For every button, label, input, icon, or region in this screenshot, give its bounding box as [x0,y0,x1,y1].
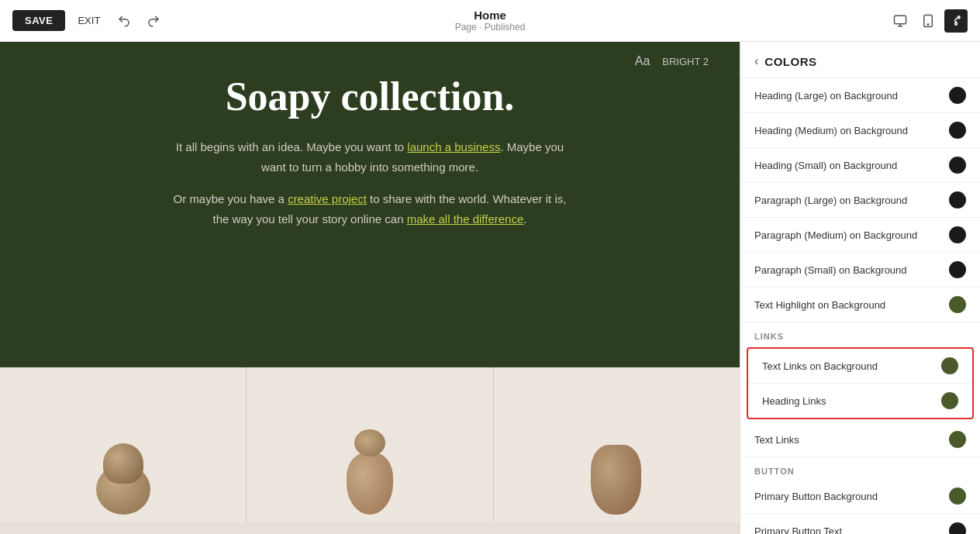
svg-point-2 [927,23,929,25]
color-item-para-large[interactable]: Paragraph (Large) on Background [740,183,980,218]
color-label: Paragraph (Medium) on Background [754,229,917,241]
color-item-heading-large[interactable]: Heading (Large) on Background [740,78,980,113]
color-dot[interactable] [949,431,966,448]
hero-top-bar: Aa BRIGHT 2 [31,54,709,68]
section-button-label: BUTTON [740,457,980,479]
color-dot[interactable] [949,296,966,313]
color-item-heading-medium[interactable]: Heading (Medium) on Background [740,113,980,148]
color-label: Primary Button Background [754,491,878,502]
edit-mode-button[interactable] [944,9,968,33]
color-item-text-highlight[interactable]: Text Highlight on Background [740,288,980,322]
toolbar-right [889,9,968,33]
color-label: Text Links on Background [762,360,878,372]
hero-body2-link1[interactable]: creative project [288,192,367,205]
color-label: Heading (Medium) on Background [754,125,908,136]
hero-body2-text1: Or maybe you have a [174,192,288,205]
desktop-icon [893,14,907,28]
hero-body1-text1: It all begins with an idea. Maybe you wa… [176,140,408,153]
panel-title: COLORS [764,55,816,68]
color-dot[interactable] [949,122,966,139]
color-dot[interactable] [949,261,966,278]
color-label: Heading Links [762,395,826,407]
color-item-primary-btn-text[interactable]: Primary Button Text [740,514,980,534]
toolbar-center: Home Page · Published [455,9,526,33]
toolbar: SAVE EXIT Home Page · Published [0,0,980,42]
highlighted-links-group: Text Links on Background Heading Links [747,347,974,419]
product-cell-2[interactable] [247,367,493,522]
color-item-para-medium[interactable]: Paragraph (Medium) on Background [740,218,980,253]
color-label: Text Highlight on Background [754,299,885,311]
color-item-text-links-on-bg[interactable]: Text Links on Background [748,349,972,384]
page-title: Home [455,9,526,22]
color-dot[interactable] [949,191,966,208]
color-dot[interactable] [949,522,966,534]
product-cell-1[interactable] [0,367,247,522]
color-item-heading-small[interactable]: Heading (Small) on Background [740,148,980,183]
color-dot[interactable] [941,357,958,374]
svg-rect-0 [895,16,906,24]
color-item-text-links[interactable]: Text Links [740,422,980,457]
undo-button[interactable] [112,9,136,33]
product-grid [0,367,740,522]
panel-body[interactable]: Heading (Large) on Background Heading (M… [740,78,980,534]
color-label: Paragraph (Small) on Background [754,264,907,276]
paintbrush-icon [949,14,963,28]
hero-body2: Or maybe you have a creative project to … [168,189,571,229]
color-item-primary-btn-bg[interactable]: Primary Button Background [740,479,980,514]
canvas[interactable]: Aa BRIGHT 2 Soapy collection. It all beg… [0,42,740,534]
color-label: Paragraph (Large) on Background [754,195,907,206]
redo-button[interactable] [142,9,165,33]
redo-icon [147,14,160,28]
back-button[interactable]: ‹ [754,54,758,68]
color-label: Heading (Large) on Background [754,90,898,102]
color-item-heading-links[interactable]: Heading Links [748,384,972,418]
colors-panel: ‹ COLORS Heading (Large) on Background H… [740,42,980,534]
toolbar-left: SAVE EXIT [12,9,165,33]
color-label: Heading (Small) on Background [754,160,897,171]
color-item-para-small[interactable]: Paragraph (Small) on Background [740,253,980,288]
color-dot[interactable] [949,487,966,505]
exit-button[interactable]: EXIT [71,10,106,31]
product-cell-3[interactable] [494,367,740,522]
hero-title: Soapy collection. [226,74,515,119]
desktop-view-button[interactable] [889,9,912,33]
hero-theme-label: BRIGHT 2 [662,56,709,67]
page-subtitle: Page · Published [455,22,526,33]
color-dot[interactable] [949,226,966,243]
color-dot[interactable] [941,392,958,409]
mobile-view-button[interactable] [916,9,940,33]
color-dot[interactable] [949,87,966,104]
color-dot[interactable] [949,157,966,174]
panel-header: ‹ COLORS [740,42,980,78]
hero-body2-end: . [523,212,526,226]
hero-body1-link1[interactable]: launch a business [407,140,500,153]
undo-icon [117,14,131,28]
color-label: Text Links [754,434,799,446]
hero-aa-label: Aa [635,54,650,68]
hero-body1: It all begins with an idea. Maybe you wa… [168,137,571,177]
save-button[interactable]: SAVE [12,10,65,31]
main-area: Aa BRIGHT 2 Soapy collection. It all beg… [0,42,980,534]
hero-body2-link2[interactable]: make all the difference [407,212,524,226]
mobile-icon [921,14,935,28]
hero-section: Aa BRIGHT 2 Soapy collection. It all beg… [0,42,740,367]
section-links-label: LINKS [740,322,980,344]
canvas-inner: Aa BRIGHT 2 Soapy collection. It all beg… [0,42,740,534]
color-label: Primary Button Text [754,525,842,535]
